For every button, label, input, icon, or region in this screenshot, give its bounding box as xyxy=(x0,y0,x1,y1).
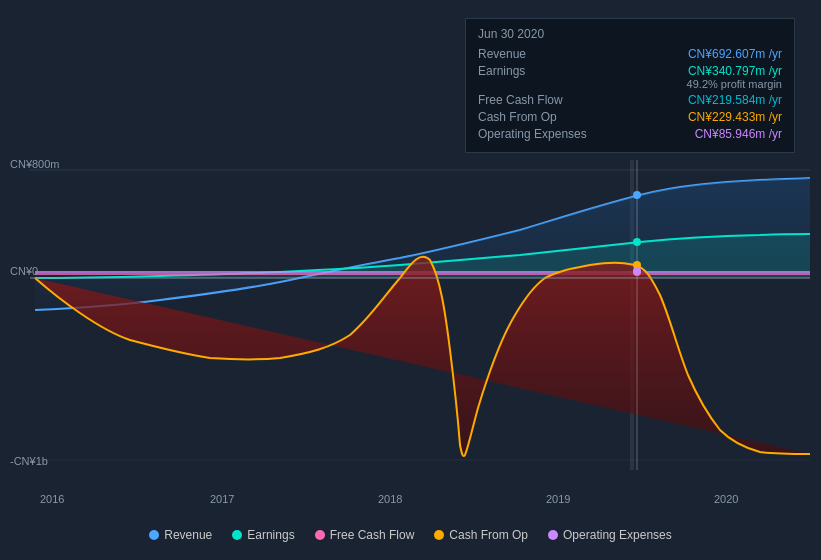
y-label-neg1b: -CN¥1b xyxy=(10,455,48,467)
tooltip-row-revenue: Revenue CN¥692.607m /yr xyxy=(478,47,782,61)
tooltip-value-opex: CN¥85.946m /yr xyxy=(695,127,782,141)
tooltip-label-cashfromop: Cash From Op xyxy=(478,110,598,124)
tooltip-title: Jun 30 2020 xyxy=(478,27,782,41)
tooltip-label-revenue: Revenue xyxy=(478,47,598,61)
tooltip-value-cashfromop: CN¥229.433m /yr xyxy=(688,110,782,124)
legend-dot-fcf xyxy=(315,530,325,540)
x-label-2018: 2018 xyxy=(378,493,402,505)
tooltip-row-earnings: Earnings CN¥340.797m /yr 49.2% profit ma… xyxy=(478,64,782,90)
legend-item-cashfromop[interactable]: Cash From Op xyxy=(434,528,528,542)
legend-item-revenue[interactable]: Revenue xyxy=(149,528,212,542)
tooltip-row-fcf: Free Cash Flow CN¥219.584m /yr xyxy=(478,93,782,107)
legend-dot-cashfromop xyxy=(434,530,444,540)
tooltip-label-fcf: Free Cash Flow xyxy=(478,93,598,107)
legend-label-revenue: Revenue xyxy=(164,528,212,542)
tooltip-row-cashfromop: Cash From Op CN¥229.433m /yr xyxy=(478,110,782,124)
tooltip-label-opex: Operating Expenses xyxy=(478,127,598,141)
y-label-800m: CN¥800m xyxy=(10,158,60,170)
legend-label-fcf: Free Cash Flow xyxy=(330,528,415,542)
legend-item-fcf[interactable]: Free Cash Flow xyxy=(315,528,415,542)
tooltip-box: Jun 30 2020 Revenue CN¥692.607m /yr Earn… xyxy=(465,18,795,153)
x-label-2016: 2016 xyxy=(40,493,64,505)
legend-dot-earnings xyxy=(232,530,242,540)
y-label-0: CN¥0 xyxy=(10,265,38,277)
legend-label-earnings: Earnings xyxy=(247,528,294,542)
legend-dot-revenue xyxy=(149,530,159,540)
legend-item-opex[interactable]: Operating Expenses xyxy=(548,528,672,542)
chart-container: Jun 30 2020 Revenue CN¥692.607m /yr Earn… xyxy=(0,0,821,560)
legend-label-opex: Operating Expenses xyxy=(563,528,672,542)
tooltip-value-fcf: CN¥219.584m /yr xyxy=(688,93,782,107)
svg-point-10 xyxy=(633,267,641,275)
tooltip-profit-margin: 49.2% profit margin xyxy=(687,78,782,90)
tooltip-row-opex: Operating Expenses CN¥85.946m /yr xyxy=(478,127,782,141)
tooltip-value-revenue: CN¥692.607m /yr xyxy=(688,47,782,61)
svg-point-7 xyxy=(633,238,641,246)
x-label-2017: 2017 xyxy=(210,493,234,505)
svg-point-6 xyxy=(633,191,641,199)
x-label-2020: 2020 xyxy=(714,493,738,505)
tooltip-label-earnings: Earnings xyxy=(478,64,598,78)
tooltip-value-earnings: CN¥340.797m /yr xyxy=(687,64,782,78)
legend-label-cashfromop: Cash From Op xyxy=(449,528,528,542)
legend-dot-opex xyxy=(548,530,558,540)
legend-item-earnings[interactable]: Earnings xyxy=(232,528,294,542)
chart-legend: Revenue Earnings Free Cash Flow Cash Fro… xyxy=(0,528,821,542)
x-label-2019: 2019 xyxy=(546,493,570,505)
